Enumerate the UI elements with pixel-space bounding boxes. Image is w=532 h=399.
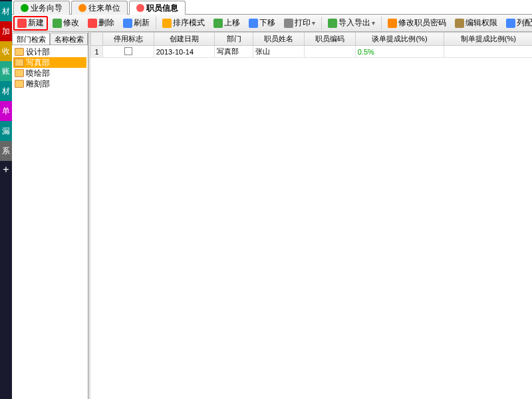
tab-business-guide[interactable]: 业务向导: [13, 1, 70, 15]
col-rownum[interactable]: [91, 33, 103, 46]
rail-item[interactable]: 材: [0, 81, 12, 101]
rail-item[interactable]: 漏: [0, 121, 12, 141]
arrow-down-icon: [249, 19, 258, 28]
refresh-icon: [123, 19, 132, 28]
rail-item[interactable]: 材: [0, 1, 12, 21]
folder-icon: [15, 48, 24, 56]
grid-header-row: 停用标志 创建日期 部门 职员姓名 职员编码 谈单提成比例(%) 制单提成比例(…: [91, 33, 533, 46]
rail-item[interactable]: 单: [0, 101, 12, 121]
rail-item[interactable]: 加: [0, 21, 12, 41]
separator: [156, 17, 156, 30]
cell-stop[interactable]: [103, 46, 154, 58]
separator: [321, 17, 322, 30]
dept-tree: 设计部 写真部 喷绘部 雕刻部: [12, 45, 88, 399]
tab-contacts[interactable]: 往来单位: [71, 1, 128, 15]
tabs-bar: 业务向导 往来单位 职员信息: [12, 0, 532, 15]
cell-name: 张山: [253, 46, 305, 58]
print-button[interactable]: 打印▾: [280, 16, 319, 31]
toolbar: 新建 修改 删除 刷新 排序模式 上移 下移 打印▾ 导入导出▾ 修改职员密码 …: [12, 15, 532, 32]
tab-label: 业务向导: [31, 3, 63, 14]
folder-icon: [15, 80, 24, 88]
columns-icon: [506, 19, 515, 28]
cell-date: 2013-10-14: [154, 46, 215, 58]
change-password-button[interactable]: 修改职员密码: [384, 16, 450, 31]
cell-rownum: 1: [91, 46, 103, 58]
column-config-button[interactable]: 列配置: [502, 16, 532, 31]
import-export-button[interactable]: 导入导出▾: [324, 16, 379, 31]
chevron-down-icon: ▾: [372, 19, 375, 27]
sidebar: 部门检索 名称检索 设计部 写真部 喷绘部 雕刻部: [12, 32, 88, 399]
cell-code: [305, 46, 356, 58]
tab-label: 往来单位: [88, 3, 120, 14]
tab-label: 职员信息: [146, 3, 178, 14]
tree-item-print[interactable]: 喷绘部: [13, 68, 86, 78]
permission-icon: [455, 19, 464, 28]
delete-button[interactable]: 删除: [84, 16, 118, 31]
employee-grid: 停用标志 创建日期 部门 职员姓名 职员编码 谈单提成比例(%) 制单提成比例(…: [90, 32, 532, 58]
folder-icon: [15, 59, 24, 66]
cell-dept: 写真部: [215, 46, 253, 58]
org-icon: [78, 4, 86, 12]
grid-area[interactable]: 停用标志 创建日期 部门 职员姓名 职员编码 谈单提成比例(%) 制单提成比例(…: [90, 32, 532, 399]
col-rate2[interactable]: 制单提成比例(%): [444, 33, 532, 46]
col-dept[interactable]: 部门: [215, 33, 253, 46]
sort-button[interactable]: 排序模式: [158, 16, 209, 31]
col-stop[interactable]: 停用标志: [103, 33, 154, 46]
move-up-button[interactable]: 上移: [209, 16, 244, 31]
col-date[interactable]: 创建日期: [154, 33, 215, 46]
rail-item[interactable]: 系: [0, 141, 12, 161]
globe-icon: [21, 4, 29, 12]
cell-rate2: [444, 46, 532, 58]
export-icon: [328, 19, 337, 28]
sort-icon: [162, 19, 172, 28]
edit-button[interactable]: 修改: [49, 16, 83, 31]
rail-add-icon[interactable]: +: [0, 164, 12, 176]
table-row[interactable]: 1 2013-10-14 写真部 张山 0.5% ✓: [91, 46, 533, 58]
chevron-down-icon: ▾: [312, 19, 315, 27]
move-down-button[interactable]: 下移: [245, 16, 279, 31]
key-icon: [388, 19, 397, 28]
delete-icon: [88, 19, 97, 28]
edit-icon: [53, 19, 62, 28]
rail-item[interactable]: 账: [0, 61, 12, 81]
col-code[interactable]: 职员编码: [305, 33, 356, 46]
sidebar-tab-dept-search[interactable]: 部门检索: [12, 33, 50, 45]
tab-employee-info[interactable]: 职员信息: [129, 1, 186, 15]
left-rail: 材 加 收 账 材 单 漏 系 +: [0, 0, 12, 399]
user-icon: [136, 4, 144, 12]
print-icon: [284, 19, 293, 28]
new-button[interactable]: 新建: [13, 16, 48, 31]
refresh-button[interactable]: 刷新: [119, 16, 154, 31]
tree-item-photo[interactable]: 写真部: [13, 57, 86, 68]
cell-rate1: 0.5%: [355, 46, 444, 58]
col-rate1[interactable]: 谈单提成比例(%): [355, 33, 444, 46]
sidebar-tab-name-search[interactable]: 名称检索: [50, 33, 88, 45]
folder-icon: [15, 69, 24, 77]
col-name[interactable]: 职员姓名: [253, 33, 305, 46]
checkbox-icon[interactable]: [124, 47, 132, 55]
tree-item-design[interactable]: 设计部: [13, 47, 86, 57]
edit-permissions-button[interactable]: 编辑权限: [451, 16, 501, 31]
separator: [381, 17, 382, 30]
rail-item[interactable]: 收: [0, 41, 12, 61]
new-icon: [17, 19, 27, 28]
arrow-up-icon: [213, 19, 223, 28]
tree-item-carve[interactable]: 雕刻部: [13, 78, 86, 89]
